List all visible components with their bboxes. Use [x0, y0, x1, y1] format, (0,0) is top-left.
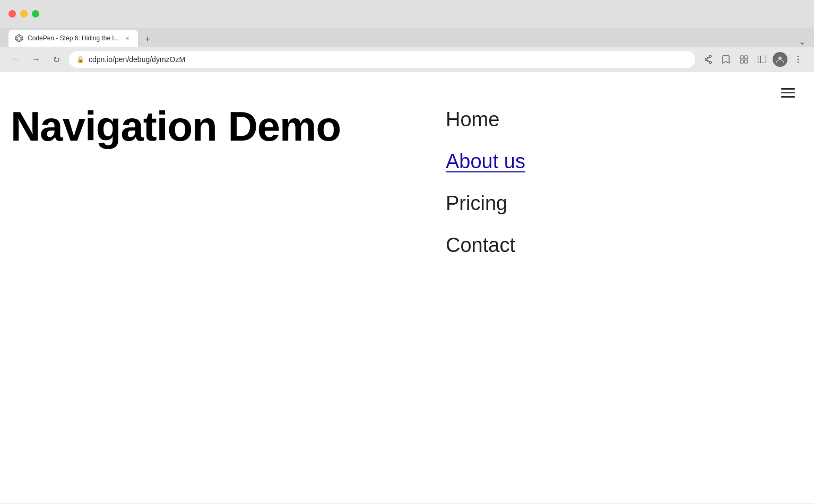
url-bar[interactable]: 🔒 cdpn.io/pen/debug/dymzOzM [69, 51, 695, 68]
share-button[interactable] [700, 52, 715, 67]
traffic-lights [8, 10, 39, 18]
address-actions [700, 52, 806, 67]
nav-list: Home About us Pricing Contact [425, 83, 793, 266]
nav-link-pricing[interactable]: Pricing [446, 192, 507, 214]
lock-icon: 🔒 [76, 56, 84, 63]
hamburger-line-3 [781, 96, 795, 98]
nav-item-about: About us [446, 141, 793, 183]
svg-point-14 [778, 57, 782, 60]
nav-item-home: Home [446, 99, 793, 141]
svg-line-6 [15, 39, 17, 40]
tab-dropdown-button[interactable]: ⌄ [799, 37, 806, 47]
svg-point-15 [798, 56, 799, 58]
browser-chrome: CodePen - Step 6: Hiding the l... × + ⌄ … [0, 0, 814, 72]
minimize-traffic-light[interactable] [20, 10, 28, 18]
hamburger-line-2 [781, 92, 795, 94]
url-text: cdpn.io/pen/debug/dymzOzM [89, 55, 688, 64]
svg-point-17 [798, 62, 799, 63]
tab-bar: CodePen - Step 6: Hiding the l... × + ⌄ [0, 28, 814, 47]
svg-line-7 [21, 39, 23, 40]
extensions-button[interactable] [737, 52, 751, 67]
close-traffic-light[interactable] [8, 10, 16, 18]
new-tab-button[interactable]: + [140, 32, 155, 47]
nav-item-pricing: Pricing [446, 183, 793, 224]
tab-favicon [15, 34, 23, 42]
active-tab[interactable]: CodePen - Step 6: Hiding the l... × [8, 30, 138, 47]
right-panel: Home About us Pricing Contact [403, 72, 814, 503]
svg-point-16 [798, 59, 799, 60]
hamburger-line-1 [781, 88, 795, 90]
svg-rect-11 [744, 60, 748, 63]
bookmark-button[interactable] [718, 52, 733, 67]
navigation: Home About us Pricing Contact [425, 83, 793, 266]
left-panel: Navigation Demo [0, 72, 403, 503]
back-button[interactable]: ← [8, 52, 23, 67]
page-heading: Navigation Demo [11, 104, 392, 150]
title-bar [0, 0, 814, 28]
nav-link-home[interactable]: Home [446, 108, 499, 131]
page-content: Navigation Demo Home About us Pricing [0, 72, 814, 503]
svg-rect-8 [740, 56, 743, 59]
profile-button[interactable] [773, 52, 787, 67]
nav-link-about[interactable]: About us [446, 150, 525, 172]
nav-link-contact[interactable]: Contact [446, 234, 515, 256]
sidebar-button[interactable] [755, 52, 769, 67]
maximize-traffic-light[interactable] [32, 10, 39, 18]
hamburger-button[interactable] [778, 85, 798, 101]
svg-rect-10 [740, 60, 743, 63]
tab-title: CodePen - Step 6: Hiding the l... [28, 34, 119, 42]
svg-rect-9 [744, 56, 748, 59]
more-button[interactable] [791, 52, 806, 67]
refresh-button[interactable]: ↻ [49, 52, 64, 67]
tab-close-button[interactable]: × [123, 34, 132, 42]
nav-item-contact: Contact [446, 224, 793, 266]
forward-button[interactable]: → [29, 52, 44, 67]
address-bar: ← → ↻ 🔒 cdpn.io/pen/debug/dymzOzM [0, 47, 814, 72]
svg-marker-1 [17, 37, 21, 40]
svg-rect-12 [758, 56, 766, 63]
